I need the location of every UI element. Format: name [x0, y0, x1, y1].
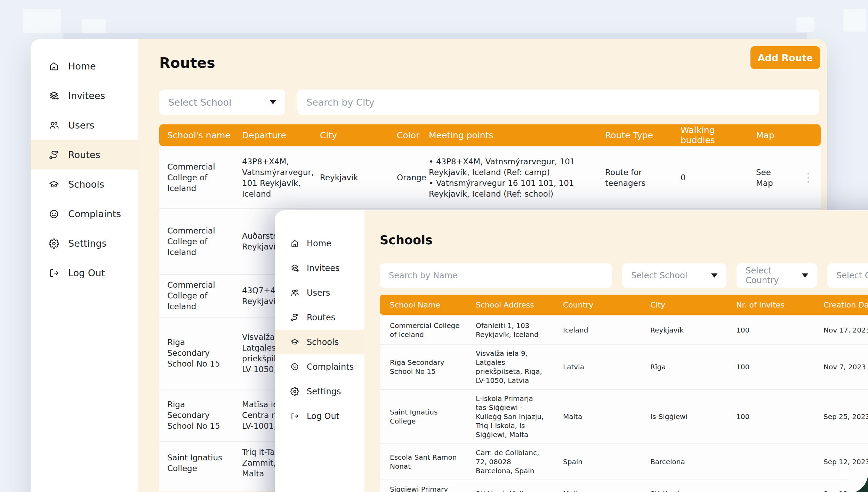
city-select[interactable]: Select City [827, 263, 868, 288]
see-map-link[interactable]: See Map [756, 168, 773, 188]
column-header: City [640, 301, 726, 309]
sidebar-item-users[interactable]: Users [275, 280, 364, 305]
cell-menu [793, 168, 821, 188]
sidebar-item-label: Home [68, 61, 96, 72]
school-select[interactable]: Select School [622, 263, 726, 288]
cell-meeting-points: • 43P8+X4M, Vatnsmýrarvegur, 101 Reykjav… [421, 151, 597, 204]
home-icon [290, 239, 299, 248]
sidebar-item-complaints[interactable]: Complaints [31, 199, 138, 229]
settings-icon [49, 238, 59, 249]
sidebar-item-home[interactable]: Home [275, 231, 364, 256]
cell-school-name: Commercial College of Iceland [380, 317, 466, 343]
kebab-menu-icon[interactable] [801, 173, 816, 183]
sidebar-item-label: Schools [307, 337, 339, 347]
invitees-icon [290, 264, 299, 272]
schools-table-header: School NameSchool AddressCountryCityNr. … [380, 295, 868, 315]
sidebar-item-home[interactable]: Home [31, 51, 138, 81]
schools-icon [49, 179, 59, 190]
sidebar-item-label: Log Out [307, 411, 339, 421]
invitees-icon [49, 91, 59, 101]
cell-departure: 43P8+X4M, Vatnsmýrarvegur, 101 Reykjavík… [234, 151, 312, 204]
column-header: Nr. of Invites [726, 301, 813, 309]
schools-content: Schools Select School Select Country Sel… [364, 210, 868, 492]
sidebar-item-routes[interactable]: Routes [31, 140, 138, 170]
cell-invites [726, 458, 813, 466]
column-header: Meeting points [421, 130, 597, 140]
cell-school-name: Commercial College of Iceland [159, 275, 234, 317]
city-select-value: Select City [836, 271, 868, 280]
routes-table-header: School's nameDepartureCityColorMeeting p… [159, 124, 821, 146]
cell-school-address: Carr. de Collblanc, 72, 08028 Barcelona,… [466, 444, 553, 479]
column-header: Color [389, 130, 421, 140]
cell-creation-date: Nov 17, 2023 [813, 321, 868, 339]
school-select-value: Select School [168, 97, 232, 108]
table-row: Commercial College of Iceland43P8+X4M, V… [159, 147, 821, 208]
sidebar-item-schools[interactable]: Schools [31, 170, 138, 199]
cell-school-address: L-Iskola Primarja tas-Siġġiewi - Kulleġġ… [466, 390, 553, 443]
sidebar-item-complaints[interactable]: Complaints [275, 354, 364, 379]
settings-icon [290, 387, 299, 396]
column-header: School Address [466, 301, 553, 309]
column-header: Map [748, 130, 793, 140]
column-header: Route Type [597, 130, 673, 140]
city-search-input[interactable] [297, 90, 819, 115]
backdrop-shape [843, 9, 866, 32]
name-search-input[interactable] [380, 263, 612, 288]
sidebar-item-label: Users [307, 288, 330, 298]
sidebar-item-label: Routes [307, 313, 335, 322]
sidebar-item-label: Complaints [68, 208, 121, 219]
users-icon [49, 120, 59, 131]
sidebar-item-label: Settings [68, 238, 107, 249]
routes-sidebar: HomeInviteesUsersRoutesSchoolsComplaints… [31, 39, 138, 492]
complaints-icon [49, 209, 59, 219]
sidebar-item-label: Settings [307, 387, 341, 396]
schools-window: HomeInviteesUsersRoutesSchoolsComplaints… [275, 210, 868, 492]
home-icon [49, 61, 59, 72]
cell-school-name: Commercial College of Iceland [159, 221, 234, 263]
cell-city: Barcelona [640, 453, 726, 470]
backdrop-shape [23, 9, 61, 33]
cell-country: Malta [553, 408, 640, 425]
column-header: City [312, 130, 389, 140]
sidebar-item-invitees[interactable]: Invitees [275, 256, 364, 280]
cell-invites: 100 [726, 321, 813, 339]
add-route-button[interactable]: Add Route [750, 46, 820, 69]
users-icon [290, 288, 299, 297]
cell-city: Siġġiewi [640, 485, 726, 492]
cell-country: Latvia [553, 358, 640, 376]
column-header: Departure [234, 130, 312, 140]
cell-school-name: Saint Ignatius College [380, 403, 466, 430]
cell-school-name: Siggiewi Primary school [380, 481, 466, 492]
cell-creation-date: Sep 12, 2023 [813, 453, 868, 470]
school-select-value: Select School [631, 271, 687, 280]
school-select[interactable]: Select School [159, 90, 285, 115]
country-select-value: Select Country [746, 266, 802, 285]
cell-city: Is-Siġġiewi [640, 408, 726, 425]
cell-invites [726, 490, 813, 492]
cell-route-type: Route for teenagers [597, 162, 673, 194]
cell-school-name: Riga Secondary School No 15 [159, 394, 234, 436]
sidebar-item-log-out[interactable]: Log Out [275, 404, 364, 428]
sidebar-item-schools[interactable]: Schools [275, 330, 364, 354]
cell-school-address: Visvalža iela 9, Latgales priekšpilsēta,… [466, 345, 553, 389]
cell-school-name: Riga Secondary School No 15 [159, 332, 234, 374]
logout-icon [290, 412, 299, 420]
cell-map: See Map [748, 162, 793, 194]
sidebar-item-settings[interactable]: Settings [275, 379, 364, 404]
sidebar-item-log-out[interactable]: Log Out [31, 258, 138, 288]
sidebar-item-label: Routes [68, 149, 100, 160]
country-select[interactable]: Select Country [737, 263, 817, 288]
sidebar-item-invitees[interactable]: Invitees [31, 81, 138, 110]
schools-sidebar: HomeInviteesUsersRoutesSchoolsComplaints… [275, 210, 364, 492]
sidebar-item-users[interactable]: Users [31, 110, 138, 140]
sidebar-item-routes[interactable]: Routes [275, 305, 364, 330]
sidebar-item-label: Log Out [68, 268, 105, 278]
sidebar-item-label: Invitees [307, 263, 340, 273]
sidebar-item-settings[interactable]: Settings [31, 229, 138, 258]
routes-icon [49, 150, 59, 160]
cell-country: Spain [553, 453, 640, 470]
cell-school-name: Saint Ignatius College [159, 448, 234, 479]
cell-walking-buddies: 0 [673, 167, 748, 188]
logout-icon [49, 268, 59, 278]
sidebar-item-label: Complaints [307, 362, 354, 372]
